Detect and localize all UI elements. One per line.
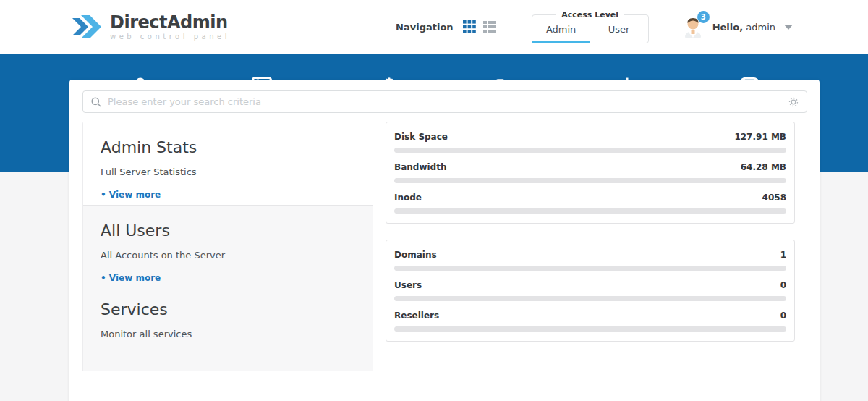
view-more-link[interactable]: • View more — [101, 190, 355, 200]
logo-chevrons-icon — [72, 12, 104, 41]
stat-label: Inode — [394, 193, 422, 203]
logo-subtitle: web control panel — [110, 33, 230, 41]
username: admin — [746, 22, 775, 33]
stat-row-resellers: Resellers 0 — [394, 305, 786, 335]
section-title: All Users — [101, 221, 355, 240]
content-card: Admin Stats Full Server Statistics • Vie… — [69, 80, 820, 401]
search-bar — [82, 90, 807, 113]
tab-user[interactable]: User — [590, 20, 648, 43]
access-level-switch: Access Level Admin User — [532, 10, 649, 43]
directadmin-logo[interactable]: DirectAdmin web control panel — [72, 12, 230, 41]
progress-bar — [394, 296, 786, 301]
progress-bar — [394, 208, 786, 214]
search-settings-gear-icon[interactable] — [788, 96, 799, 111]
notification-badge[interactable]: 3 — [697, 11, 710, 23]
section-services[interactable]: Services Monitor all services — [83, 284, 373, 371]
stat-row-domains: Domains 1 — [394, 244, 786, 274]
user-greeting: Hello, admin — [712, 22, 775, 33]
access-level-legend: Access Level — [556, 10, 624, 20]
section-subtitle: Full Server Statistics — [101, 166, 355, 177]
stat-label: Users — [394, 280, 422, 290]
search-icon — [90, 96, 102, 111]
navigation-label: Navigation — [396, 22, 454, 33]
tab-admin[interactable]: Admin — [532, 20, 590, 43]
stat-value: 1 — [780, 250, 786, 260]
top-header: DirectAdmin web control panel Navigation — [0, 0, 868, 54]
usage-stats-card: Disk Space 127.91 MB Bandwidth 64.28 MB … — [386, 122, 795, 224]
chevron-down-icon[interactable] — [784, 25, 793, 30]
stat-value: 0 — [780, 280, 786, 290]
stat-row-bandwidth: Bandwidth 64.28 MB — [394, 156, 786, 187]
dashboard-section-list: Admin Stats Full Server Statistics • Vie… — [82, 122, 373, 371]
stat-label: Resellers — [394, 311, 439, 321]
section-admin-stats[interactable]: Admin Stats Full Server Statistics • Vie… — [83, 122, 373, 205]
progress-bar — [394, 326, 786, 332]
progress-bar — [394, 178, 786, 183]
logo-title: DirectAdmin — [110, 14, 230, 31]
section-subtitle: Monitor all services — [101, 329, 355, 339]
view-more-link[interactable]: • View more — [101, 273, 355, 283]
stat-value: 4058 — [762, 193, 786, 203]
user-menu[interactable]: 3 Hello, admin — [682, 15, 793, 38]
progress-bar — [394, 266, 786, 271]
stat-label: Domains — [394, 250, 437, 260]
stats-column: Disk Space 127.91 MB Bandwidth 64.28 MB … — [386, 122, 795, 342]
progress-bar — [394, 148, 786, 153]
greeting-word: Hello, — [712, 22, 743, 33]
stat-value: 64.28 MB — [741, 162, 786, 172]
grid-view-icon[interactable] — [462, 20, 477, 34]
stat-row-inode: Inode 4058 — [394, 187, 786, 217]
stat-value: 127.91 MB — [734, 132, 786, 142]
stat-label: Disk Space — [394, 132, 448, 142]
search-input[interactable] — [108, 96, 782, 107]
stat-row-users: Users 0 — [394, 274, 786, 305]
accounts-stats-card: Domains 1 Users 0 Resellers 0 — [386, 240, 795, 342]
stat-row-disk-space: Disk Space 127.91 MB — [394, 126, 786, 156]
list-view-icon[interactable] — [482, 20, 497, 34]
section-title: Services — [101, 300, 355, 318]
section-all-users[interactable]: All Users All Accounts on the Server • V… — [83, 205, 373, 284]
stat-value: 0 — [780, 311, 786, 321]
section-subtitle: All Accounts on the Server — [101, 250, 355, 261]
stat-label: Bandwidth — [394, 162, 446, 172]
section-title: Admin Stats — [101, 138, 355, 156]
